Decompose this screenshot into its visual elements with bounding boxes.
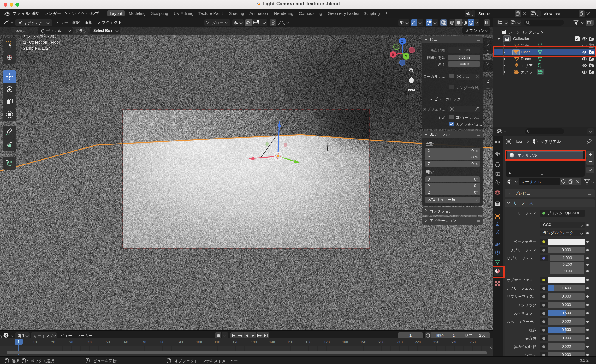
svg-text:X: X bbox=[392, 52, 395, 57]
svg-text:190: 190 bbox=[360, 340, 366, 344]
svg-text:230: 230 bbox=[433, 340, 439, 344]
svg-text:130: 130 bbox=[251, 340, 257, 344]
svg-text:1: 1 bbox=[18, 340, 20, 344]
svg-text:10: 10 bbox=[33, 340, 37, 344]
svg-text:200: 200 bbox=[378, 340, 384, 344]
svg-text:40: 40 bbox=[88, 340, 92, 344]
svg-text:60: 60 bbox=[124, 340, 128, 344]
svg-text:30: 30 bbox=[69, 340, 73, 344]
svg-text:110: 110 bbox=[214, 340, 220, 344]
svg-text:150: 150 bbox=[287, 340, 293, 344]
svg-text:160: 160 bbox=[305, 340, 311, 344]
svg-text:20: 20 bbox=[51, 340, 55, 344]
svg-text:90: 90 bbox=[179, 340, 183, 344]
svg-text:180: 180 bbox=[342, 340, 348, 344]
svg-text:220: 220 bbox=[415, 340, 421, 344]
svg-text:Y: Y bbox=[405, 54, 408, 59]
svg-text:250: 250 bbox=[470, 340, 476, 344]
svg-text:170: 170 bbox=[324, 340, 330, 344]
svg-text:240: 240 bbox=[451, 340, 457, 344]
svg-text:70: 70 bbox=[142, 340, 146, 344]
svg-text:50: 50 bbox=[106, 340, 110, 344]
svg-text:80: 80 bbox=[160, 340, 164, 344]
svg-text:140: 140 bbox=[269, 340, 275, 344]
svg-text:100: 100 bbox=[196, 340, 202, 344]
svg-text:210: 210 bbox=[397, 340, 403, 344]
svg-text:120: 120 bbox=[232, 340, 238, 344]
svg-text:Z: Z bbox=[401, 39, 403, 43]
